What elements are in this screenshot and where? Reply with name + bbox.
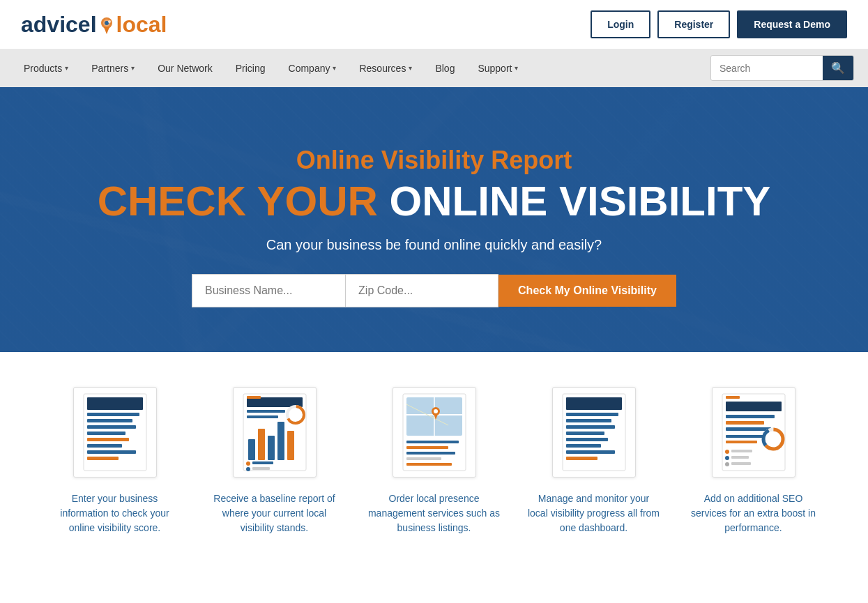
svg-rect-70 (731, 462, 751, 465)
svg-rect-18 (248, 439, 255, 460)
nav-pricing-label: Pricing (236, 63, 266, 74)
feature-text-4: Manage and monitor your local visibility… (528, 491, 660, 535)
svg-rect-64 (726, 441, 757, 443)
feature-text-1: Enter your business information to check… (49, 491, 181, 535)
hero-title-orange: CHECK YOUR (98, 178, 378, 224)
svg-rect-58 (726, 421, 764, 425)
register-button[interactable]: Register (657, 10, 730, 38)
svg-rect-68 (731, 456, 749, 459)
svg-rect-39 (406, 441, 459, 443)
svg-rect-55 (726, 396, 740, 399)
nav-links: Products ▾ Partners ▾ Our Network Pricin… (14, 49, 528, 87)
request-demo-button[interactable]: Request a Demo (737, 10, 847, 38)
search-button[interactable]: 🔍 (823, 56, 853, 80)
nav-pricing[interactable]: Pricing (226, 49, 275, 87)
svg-point-67 (725, 456, 729, 460)
svg-rect-21 (277, 422, 284, 460)
nav-resources[interactable]: Resources ▾ (349, 49, 422, 87)
svg-rect-51 (566, 444, 601, 448)
nav-our-network-label: Our Network (158, 63, 213, 74)
resources-chevron-icon: ▾ (409, 64, 412, 72)
nav-products[interactable]: Products ▾ (14, 49, 78, 87)
partners-chevron-icon: ▾ (131, 64, 135, 72)
svg-rect-41 (406, 452, 455, 455)
svg-rect-63 (726, 435, 764, 438)
feature-item-4: Manage and monitor your local visibility… (528, 387, 660, 535)
logo-advice-text: advice (21, 12, 91, 37)
products-chevron-icon: ▾ (65, 64, 68, 72)
search-bar: 🔍 (710, 55, 854, 81)
hero-title-white-text: ONLINE VISIBILITY (390, 178, 771, 224)
svg-rect-50 (566, 438, 608, 441)
search-icon: 🔍 (831, 62, 845, 74)
search-input[interactable] (711, 58, 823, 79)
svg-rect-7 (87, 413, 139, 416)
svg-rect-14 (87, 457, 119, 460)
feature-item-5: Add on additional SEO services for an ex… (687, 387, 820, 535)
svg-point-29 (246, 467, 250, 471)
svg-rect-13 (87, 450, 136, 454)
business-name-input[interactable] (192, 274, 345, 307)
svg-rect-48 (566, 425, 615, 429)
svg-rect-47 (566, 419, 611, 422)
svg-rect-46 (566, 413, 618, 416)
svg-rect-40 (406, 446, 448, 449)
hero-subtitle: Online Visibility Report (98, 146, 771, 175)
navbar: Products ▾ Partners ▾ Our Network Pricin… (0, 49, 868, 87)
svg-rect-53 (566, 457, 597, 460)
svg-rect-59 (726, 427, 771, 431)
nav-our-network[interactable]: Our Network (148, 49, 222, 87)
svg-point-69 (725, 462, 729, 466)
svg-rect-8 (87, 419, 132, 422)
login-button[interactable]: Login (591, 10, 650, 38)
svg-marker-3 (104, 27, 109, 34)
svg-rect-11 (87, 438, 129, 441)
svg-rect-17 (247, 396, 261, 399)
features-section: Enter your business information to check… (0, 352, 868, 570)
hero-section: Online Visibility Report CHECK YOUR ONLI… (0, 87, 868, 352)
nav-support[interactable]: Support ▾ (468, 49, 528, 87)
svg-rect-12 (87, 444, 122, 448)
company-chevron-icon: ▾ (333, 64, 336, 72)
zip-code-input[interactable] (345, 274, 498, 307)
svg-point-37 (434, 409, 438, 413)
logo-cal-text: local (116, 12, 167, 37)
logo-icon (98, 16, 116, 36)
header: advicel local Login Register Request a D… (0, 0, 868, 49)
svg-point-27 (246, 461, 250, 466)
check-visibility-button[interactable]: Check My Online Visibility (498, 275, 676, 307)
svg-rect-19 (258, 429, 265, 460)
svg-rect-10 (87, 432, 125, 435)
hero-content: Online Visibility Report CHECK YOUR ONLI… (84, 118, 785, 321)
nav-support-label: Support (478, 63, 512, 74)
nav-blog[interactable]: Blog (425, 49, 464, 87)
hero-form: Check My Online Visibility (98, 274, 771, 307)
nav-company-label: Company (289, 63, 330, 74)
feature-image-2 (233, 387, 317, 478)
feature-image-1 (73, 387, 157, 478)
svg-rect-6 (87, 397, 143, 410)
nav-products-label: Products (24, 63, 62, 74)
logo[interactable]: advicel local (21, 12, 167, 38)
svg-rect-66 (731, 450, 752, 452)
nav-resources-label: Resources (359, 63, 406, 74)
nav-blog-label: Blog (435, 63, 455, 74)
svg-rect-57 (726, 415, 775, 418)
feature-image-3 (393, 387, 476, 478)
svg-point-4 (108, 20, 111, 23)
feature-text-3: Order local presence management services… (368, 491, 501, 535)
feature-item-2: Receive a baseline report of where your … (208, 387, 341, 535)
svg-rect-28 (252, 461, 273, 464)
svg-rect-52 (566, 450, 615, 454)
svg-point-65 (725, 450, 729, 454)
svg-rect-22 (287, 431, 294, 460)
svg-rect-43 (406, 463, 452, 466)
nav-partners-label: Partners (91, 63, 128, 74)
svg-rect-25 (247, 410, 285, 413)
nav-company[interactable]: Company ▾ (279, 49, 347, 87)
nav-partners[interactable]: Partners ▾ (82, 49, 144, 87)
svg-rect-9 (87, 425, 136, 429)
feature-image-4 (552, 387, 636, 478)
svg-rect-49 (566, 432, 604, 435)
feature-image-5 (712, 387, 795, 478)
